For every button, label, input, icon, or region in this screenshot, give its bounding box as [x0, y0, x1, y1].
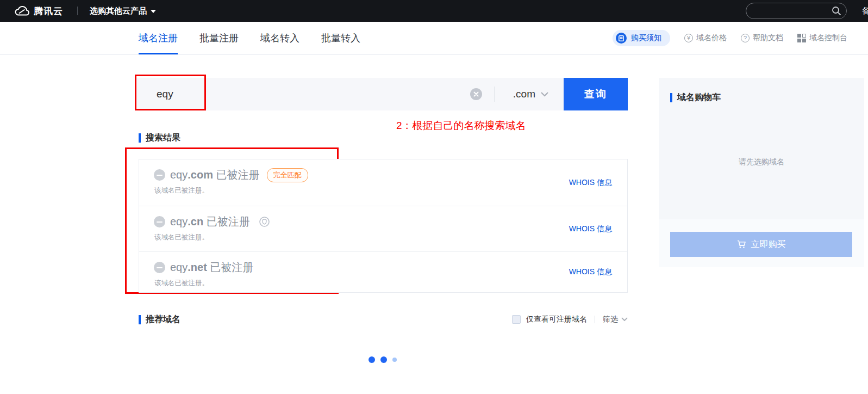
- unavailable-minus-icon: [154, 216, 165, 227]
- recommend-filter-controls: 仅查看可注册域名 筛选: [488, 315, 628, 324]
- cloud-logo-icon: [14, 5, 29, 16]
- chevron-down-icon: [621, 317, 628, 322]
- page: 腾讯云 选购其他云产品 备 域名注册 批量注册 域名转入: [0, 0, 868, 394]
- domain-console-label: 域名控制台: [809, 33, 847, 43]
- search-bar-right: .com: [470, 87, 548, 102]
- chevron-down-icon: [541, 92, 548, 97]
- result-row-eqy-cn: eqy.cn 已被注册 该域名已被注册。 WHOIS 信息: [139, 206, 627, 251]
- buy-now-button[interactable]: 立即购买: [670, 232, 852, 257]
- title-accent-bar: [670, 93, 672, 102]
- other-products-menu[interactable]: 选购其他云产品: [90, 6, 156, 16]
- search-results-title: 搜索结果: [139, 132, 180, 144]
- unavailable-minus-icon: [154, 169, 165, 181]
- purchase-notice-label: 购买须知: [631, 33, 661, 43]
- whois-link[interactable]: WHOIS 信息: [569, 267, 612, 277]
- search-results-title-text: 搜索结果: [146, 132, 180, 144]
- result-row-description: 该域名已被注册。: [154, 186, 612, 195]
- domain-cart-panel: 域名购物车 请先选购域名 立即购买: [659, 78, 864, 267]
- search-results-table: eqy.com 已被注册 完全匹配 该域名已被注册。 WHOIS 信息 eqy.…: [139, 159, 628, 293]
- cart-footer: 立即购买: [659, 219, 864, 267]
- whois-link[interactable]: WHOIS 信息: [569, 178, 612, 188]
- help-docs-label: 帮助文档: [753, 33, 783, 43]
- result-row-description: 该域名已被注册。: [154, 233, 612, 242]
- purchase-notice-link[interactable]: 购买须知: [613, 30, 670, 46]
- filter-divider: [595, 316, 595, 323]
- filter-dropdown[interactable]: 筛选: [603, 315, 628, 324]
- buy-now-label: 立即购买: [751, 239, 786, 250]
- tld-selected-value: .com: [513, 88, 535, 100]
- loading-dots: [369, 356, 397, 363]
- chevron-down-icon: [151, 10, 156, 13]
- tab-batch-register[interactable]: 批量注册: [199, 22, 239, 54]
- annotation-step-2: 2：根据自己的名称搜索域名: [396, 119, 526, 133]
- domain-nav: 域名注册 批量注册 域名转入 批量转入 购买须知 ¥ 域名价格 ?: [0, 22, 868, 55]
- search-icon[interactable]: [832, 6, 841, 16]
- nav-tabs: 域名注册 批量注册 域名转入 批量转入: [139, 22, 360, 54]
- domain-status-text: eqy.com 已被注册: [170, 168, 260, 182]
- result-row-main: eqy.cn 已被注册: [154, 214, 612, 229]
- title-accent-bar: [139, 315, 141, 324]
- topbar-divider: [77, 7, 78, 15]
- exact-match-badge: 完全匹配: [267, 168, 308, 182]
- unavailable-minus-icon: [154, 262, 165, 273]
- result-row-description: 该域名已被注册。: [154, 279, 612, 288]
- nav-links: 购买须知 ¥ 域名价格 ? 帮助文档 域名控制台: [613, 22, 847, 54]
- whois-link[interactable]: WHOIS 信息: [569, 224, 612, 234]
- document-icon: [616, 33, 627, 44]
- tld-selector[interactable]: .com: [513, 88, 548, 100]
- domain-price-label: 域名价格: [696, 33, 727, 43]
- title-accent-bar: [139, 133, 141, 143]
- query-button[interactable]: 查询: [564, 78, 628, 110]
- filter-dropdown-label: 筛选: [603, 315, 618, 324]
- cart-title: 域名购物车: [670, 92, 721, 103]
- shield-info-icon: [259, 217, 270, 227]
- domain-status-text: eqy.net 已被注册: [170, 260, 253, 275]
- result-row-main: eqy.com 已被注册 完全匹配: [154, 168, 612, 182]
- domain-search-bar: .com: [135, 78, 564, 110]
- topbar-partial-text[interactable]: 备: [862, 6, 868, 16]
- clear-input-icon[interactable]: [470, 88, 482, 100]
- result-row-main: eqy.net 已被注册: [154, 260, 612, 275]
- domain-status-text: eqy.cn 已被注册: [170, 214, 250, 229]
- brand-name: 腾讯云: [34, 5, 63, 17]
- domain-console-link[interactable]: 域名控制台: [797, 33, 847, 43]
- tab-domain-transfer[interactable]: 域名转入: [260, 22, 299, 54]
- help-docs-link[interactable]: ? 帮助文档: [741, 33, 783, 43]
- other-products-label: 选购其他云产品: [90, 6, 147, 16]
- search-bar-divider: [494, 87, 495, 102]
- loading-dot: [369, 356, 375, 363]
- topbar-right: 备: [746, 0, 868, 22]
- cart-title-text: 域名购物车: [677, 92, 721, 103]
- only-registrable-label: 仅查看可注册域名: [526, 315, 587, 324]
- topbar-search[interactable]: [746, 3, 847, 19]
- recommend-title-text: 推荐域名: [146, 314, 180, 325]
- recommend-title: 推荐域名: [139, 314, 180, 325]
- domain-price-link[interactable]: ¥ 域名价格: [684, 33, 727, 43]
- tab-domain-register[interactable]: 域名注册: [139, 22, 178, 54]
- cart-empty-text: 请先选购域名: [659, 157, 864, 167]
- result-row-eqy-com: eqy.com 已被注册 完全匹配 该域名已被注册。 WHOIS 信息: [139, 159, 627, 206]
- loading-dot: [380, 356, 387, 363]
- tab-batch-transfer[interactable]: 批量转入: [321, 22, 360, 54]
- yen-icon: ¥: [684, 34, 693, 42]
- console-grid-icon: [797, 34, 806, 42]
- topbar: 腾讯云 选购其他云产品 备: [0, 0, 868, 22]
- only-registrable-checkbox[interactable]: [512, 315, 521, 324]
- loading-dot: [392, 358, 397, 362]
- topbar-search-input[interactable]: [753, 3, 829, 19]
- question-icon: ?: [741, 34, 750, 42]
- cart-icon: [737, 240, 746, 249]
- result-row-eqy-net: eqy.net 已被注册 该域名已被注册。 WHOIS 信息: [139, 251, 627, 292]
- domain-search-input[interactable]: [135, 78, 470, 110]
- brand-logo[interactable]: 腾讯云: [14, 5, 63, 17]
